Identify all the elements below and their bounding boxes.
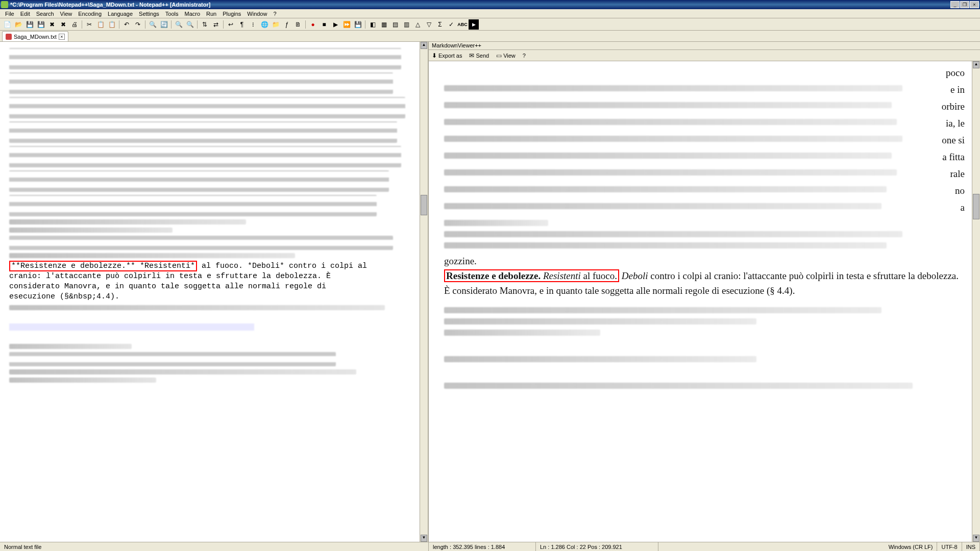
menu-search[interactable]: Search <box>33 10 57 18</box>
close-all-icon[interactable]: ✖ <box>58 19 68 30</box>
copy-icon[interactable]: 📋 <box>95 19 106 30</box>
preview-fragment: rale <box>950 168 965 179</box>
editor-pane[interactable]: **Resistenze e debolezze.** *Resistenti*… <box>0 42 429 542</box>
sync-v-icon[interactable]: ⇅ <box>200 19 210 30</box>
save-icon[interactable]: 💾 <box>24 19 35 30</box>
save-macro-icon[interactable]: 💾 <box>353 19 363 30</box>
allchars-icon[interactable]: ¶ <box>237 19 247 30</box>
editor-text: considerato Manovra, e in quanto tale so… <box>9 282 418 292</box>
menu-window[interactable]: Window <box>244 10 270 18</box>
redo-icon[interactable]: ↷ <box>133 19 143 30</box>
replace-icon[interactable]: 🔄 <box>159 19 169 30</box>
find-icon[interactable]: 🔍 <box>148 19 158 30</box>
record-icon[interactable]: ● <box>308 19 318 30</box>
menu-file[interactable]: File <box>2 10 17 18</box>
scroll-down-icon[interactable]: ▼ <box>973 535 979 542</box>
tab-close-icon[interactable]: × <box>59 34 65 40</box>
editor-text: esecuzione (§&nbsp;4.4). <box>9 292 418 302</box>
minimize-button[interactable]: _ <box>950 1 960 8</box>
indent-guide-icon[interactable]: ⫶ <box>248 19 258 30</box>
scroll-thumb[interactable] <box>421 195 427 215</box>
menu-view[interactable]: View <box>57 10 76 18</box>
lang-icon[interactable]: 🌐 <box>259 19 270 30</box>
scroll-up-icon[interactable]: ▲ <box>973 61 979 68</box>
close-window-button[interactable]: × <box>970 1 979 8</box>
plugin5-icon[interactable]: △ <box>412 19 423 30</box>
plugin1-icon[interactable]: ◧ <box>368 19 378 30</box>
menu-tools[interactable]: Tools <box>162 10 182 18</box>
download-icon: ⬇ <box>432 52 437 59</box>
file-modified-icon <box>6 34 12 40</box>
preview-fragment: poco <box>946 67 965 78</box>
toolbar-separator <box>82 20 82 29</box>
status-bar: Normal text file length : 352.395 lines … <box>0 542 980 551</box>
preview-bold: Resistenze e debolezze. <box>446 270 541 281</box>
preview-fragment: orbire <box>942 101 965 112</box>
preview-italic: Resistenti <box>543 270 581 281</box>
status-length: length : 352.395 lines : 1.884 <box>429 542 536 551</box>
new-file-icon[interactable]: 📄 <box>2 19 12 30</box>
editor-highlighted-source: **Resistenze e debolezze.** *Resistenti* <box>9 261 197 271</box>
open-file-icon[interactable]: 📂 <box>13 19 23 30</box>
editor-scrollbar[interactable]: ▲ ▼ <box>420 42 428 542</box>
plugin7-icon[interactable]: Σ <box>435 19 445 30</box>
plugin4-icon[interactable]: ▥ <box>401 19 411 30</box>
main-split: **Resistenze e debolezze.** *Resistenti*… <box>0 42 980 542</box>
close-file-icon[interactable]: ✖ <box>47 19 57 30</box>
print-icon[interactable]: 🖨 <box>69 19 80 30</box>
scroll-down-icon[interactable]: ▼ <box>421 535 427 542</box>
maximize-button[interactable]: ❐ <box>960 1 969 8</box>
view-button[interactable]: ▭View <box>496 52 516 59</box>
editor-text: al fuoco. *Deboli* contro i colpi al <box>197 262 367 270</box>
tab-active[interactable]: Saga_MDown.txt × <box>2 31 68 41</box>
menu-encoding[interactable]: Encoding <box>75 10 105 18</box>
status-encoding[interactable]: UTF-8 <box>937 542 962 551</box>
menu-edit[interactable]: Edit <box>17 10 33 18</box>
menu-plugins[interactable]: Plugins <box>219 10 244 18</box>
sync-h-icon[interactable]: ⇄ <box>211 19 221 30</box>
menu-settings[interactable]: Settings <box>136 10 162 18</box>
save-all-icon[interactable]: 💾 <box>36 19 46 30</box>
play-icon[interactable]: ▶ <box>330 19 340 30</box>
export-as-button[interactable]: ⬇Export as <box>432 52 462 59</box>
undo-icon[interactable]: ↶ <box>121 19 132 30</box>
scroll-up-icon[interactable]: ▲ <box>421 42 427 49</box>
editor-current-line <box>9 323 254 331</box>
menu-help[interactable]: ? <box>270 10 279 18</box>
tab-bar: Saga_MDown.txt × <box>0 31 980 42</box>
preview-highlighted: Resistenze e debolezze. Resistenti al fu… <box>444 269 619 282</box>
send-button[interactable]: ✉Send <box>469 52 489 59</box>
functions-icon[interactable]: ƒ <box>282 19 292 30</box>
status-eol[interactable]: Windows (CR LF) <box>885 542 938 551</box>
stop-icon[interactable]: ■ <box>319 19 329 30</box>
wordwrap-icon[interactable]: ↩ <box>226 19 236 30</box>
play-multi-icon[interactable]: ⏩ <box>341 19 352 30</box>
cut-icon[interactable]: ✂ <box>84 19 94 30</box>
status-filetype: Normal text file <box>0 542 429 551</box>
folder-icon[interactable]: 📁 <box>271 19 281 30</box>
zoom-in-icon[interactable]: 🔍 <box>174 19 184 30</box>
paste-icon[interactable]: 📋 <box>107 19 117 30</box>
menu-bar: File Edit Search View Encoding Language … <box>0 9 980 18</box>
menu-macro[interactable]: Macro <box>181 10 203 18</box>
zoom-out-icon[interactable]: 🔍 <box>185 19 195 30</box>
plugin2-icon[interactable]: ▦ <box>379 19 389 30</box>
preview-toolbar: ⬇Export as ✉Send ▭View ? <box>429 50 980 61</box>
preview-scrollbar[interactable]: ▲ ▼ <box>972 61 980 542</box>
status-ins[interactable]: INS <box>962 542 980 551</box>
menu-run[interactable]: Run <box>203 10 219 18</box>
title-bar: *C:\Program Files\Notepad++\Saga_MDown.t… <box>0 0 980 9</box>
plugin9-icon[interactable]: ABC <box>457 19 468 30</box>
preview-help-button[interactable]: ? <box>523 53 526 59</box>
editor-content[interactable]: **Resistenze e debolezze.** *Resistenti*… <box>0 42 428 389</box>
plugin10-icon[interactable]: ▶ <box>469 19 479 30</box>
toolbar-separator <box>305 20 306 29</box>
plugin8-icon[interactable]: ✓ <box>446 19 456 30</box>
scroll-thumb[interactable] <box>973 194 979 219</box>
preview-fragment: a fitta <box>942 152 965 162</box>
plugin6-icon[interactable]: ▽ <box>424 19 434 30</box>
plugin3-icon[interactable]: ▤ <box>390 19 400 30</box>
preview-content[interactable]: poco e in orbire ia, le one si a fitta r… <box>429 61 980 542</box>
doc-map-icon[interactable]: 🗎 <box>293 19 303 30</box>
menu-language[interactable]: Language <box>105 10 136 18</box>
